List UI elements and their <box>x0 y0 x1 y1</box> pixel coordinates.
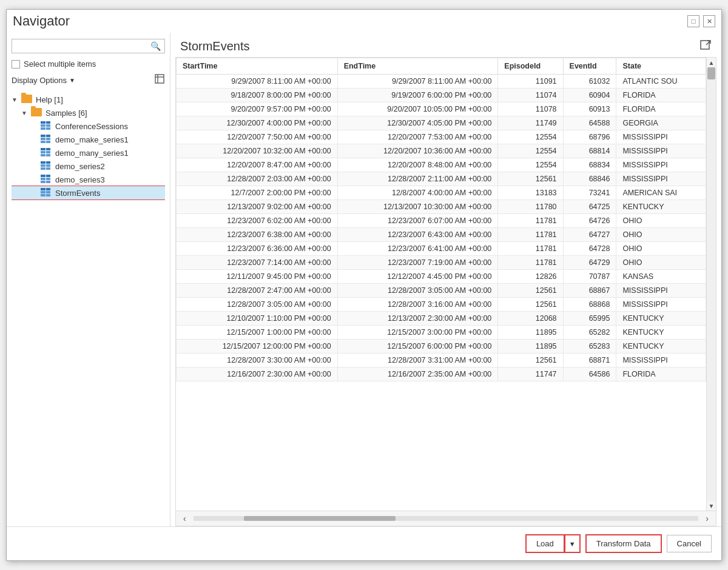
table-cell: 11749 <box>498 116 563 130</box>
vertical-scrollbar[interactable]: ▲ ▼ <box>706 58 716 511</box>
table-cell: 60913 <box>563 102 616 116</box>
tree-item-conferencesessions[interactable]: ConferenceSessions <box>12 119 165 133</box>
table-cell: 64586 <box>563 367 616 381</box>
tree-item-demo_series2[interactable]: demo_series2 <box>12 159 165 173</box>
load-button[interactable]: Load <box>525 534 565 553</box>
tree-item-samples[interactable]: ▼Samples [6] <box>12 106 165 119</box>
right-icon-button[interactable] <box>699 39 712 53</box>
table-row: 12/28/2007 2:47:00 AM +00:0012/28/2007 3… <box>177 284 706 298</box>
scroll-up-button[interactable]: ▲ <box>707 58 716 67</box>
table-icon <box>41 135 53 144</box>
table-cell: FLORIDA <box>616 102 706 116</box>
table-row: 12/10/2007 1:10:00 PM +00:0012/13/2007 2… <box>177 312 706 326</box>
refresh-button[interactable] <box>154 73 165 87</box>
dialog-title: Navigator <box>13 13 70 29</box>
window-controls: □ ✕ <box>687 15 715 27</box>
tree-label-demo_many_series1: demo_many_series1 <box>55 149 129 158</box>
transform-data-button[interactable]: Transform Data <box>585 534 662 553</box>
table-cell: 12/15/2007 12:00:00 PM +00:00 <box>177 340 338 354</box>
table-cell: 12/12/2007 4:45:00 PM +00:00 <box>337 270 498 284</box>
scroll-down-button[interactable]: ▼ <box>707 501 716 511</box>
table-row: 12/28/2007 3:30:00 AM +00:0012/28/2007 3… <box>177 354 706 367</box>
h-scroll-track[interactable] <box>194 516 699 521</box>
table-cell: 65995 <box>563 312 616 326</box>
tree-item-stormevents[interactable]: StormEvents <box>12 186 165 200</box>
table-row: 12/20/2007 7:50:00 AM +00:0012/20/2007 7… <box>177 130 706 144</box>
table-cell: 68796 <box>563 130 616 144</box>
table-row: 12/20/2007 10:32:00 AM +00:0012/20/2007 … <box>177 144 706 158</box>
table-cell: 12/16/2007 2:35:00 AM +00:00 <box>337 367 498 381</box>
table-row: 12/23/2007 6:36:00 AM +00:0012/23/2007 6… <box>177 242 706 256</box>
search-input[interactable] <box>16 42 150 51</box>
column-header-starttime: StartTime <box>177 58 338 75</box>
horizontal-scrollbar: ‹ › <box>176 511 716 526</box>
scroll-left-button[interactable]: ‹ <box>178 512 191 525</box>
table-cell: OHIO <box>616 228 706 242</box>
table-cell: 12/23/2007 6:07:00 AM +00:00 <box>337 214 498 228</box>
table-cell: 11781 <box>498 256 563 270</box>
table-icon <box>41 188 53 198</box>
table-cell: 12/23/2007 6:02:00 AM +00:00 <box>177 214 338 228</box>
display-options-button[interactable]: Display Options ▼ <box>12 76 75 85</box>
table-row: 12/23/2007 6:02:00 AM +00:0012/23/2007 6… <box>177 214 706 228</box>
cancel-button[interactable]: Cancel <box>667 535 712 552</box>
load-dropdown-button[interactable]: ▼ <box>565 534 581 553</box>
tree-label-help: Help [1] <box>36 95 63 104</box>
table-cell: 73241 <box>563 186 616 200</box>
table-cell: MISSISSIPPI <box>616 130 706 144</box>
table-icon <box>41 121 53 131</box>
tree-item-demo_make_series1[interactable]: demo_make_series1 <box>12 133 165 146</box>
scroll-right-button[interactable]: › <box>701 512 713 525</box>
scroll-track[interactable] <box>707 67 716 501</box>
table-cell: 11895 <box>498 326 563 340</box>
search-box[interactable]: 🔍 <box>12 39 165 53</box>
minimize-button[interactable]: □ <box>687 15 699 27</box>
close-button[interactable]: ✕ <box>703 15 715 27</box>
table-icon <box>41 148 53 158</box>
table-wrapper: StartTimeEndTimeEpisodeIdEventIdState 9/… <box>176 58 716 511</box>
folder-icon <box>21 95 33 104</box>
table-cell: 68814 <box>563 144 616 158</box>
table-cell: 68871 <box>563 354 616 367</box>
svg-rect-3 <box>701 41 709 49</box>
tree-view: ▼Help [1]▼Samples [6] ConferenceSessions… <box>12 93 165 520</box>
right-panel: StormEvents StartTimeEndTimeEpisodeIdEve… <box>170 33 721 526</box>
table-cell: 12/11/2007 9:45:00 PM +00:00 <box>177 270 338 284</box>
dialog-body: 🔍 Select multiple items Display Options … <box>7 33 721 526</box>
table-cell: 12/15/2007 3:00:00 PM +00:00 <box>337 326 498 340</box>
tree-item-help[interactable]: ▼Help [1] <box>12 93 165 106</box>
svg-rect-0 <box>155 75 164 83</box>
data-table-scroll[interactable]: StartTimeEndTimeEpisodeIdEventIdState 9/… <box>176 58 706 511</box>
table-cell: KANSAS <box>616 270 706 284</box>
table-cell: OHIO <box>616 214 706 228</box>
table-cell: KENTUCKY <box>616 326 706 340</box>
table-cell: ATLANTIC SOU <box>616 75 706 89</box>
table-cell: 12/28/2007 2:11:00 AM +00:00 <box>337 172 498 186</box>
table-row: 9/20/2007 9:57:00 PM +00:009/20/2007 10:… <box>177 102 706 116</box>
table-cell: 11780 <box>498 200 563 214</box>
table-cell: 12/20/2007 10:36:00 AM +00:00 <box>337 144 498 158</box>
select-multiple-checkbox[interactable] <box>12 60 20 69</box>
select-multiple-row: Select multiple items <box>12 59 165 69</box>
table-row: 12/15/2007 12:00:00 PM +00:0012/15/2007 … <box>177 340 706 354</box>
title-bar: Navigator □ ✕ <box>7 10 721 33</box>
tree-item-demo_many_series1[interactable]: demo_many_series1 <box>12 146 165 159</box>
table-cell: 12/15/2007 6:00:00 PM +00:00 <box>337 340 498 354</box>
table-cell: 12554 <box>498 144 563 158</box>
table-cell: 11078 <box>498 102 563 116</box>
table-cell: 12/13/2007 2:30:00 AM +00:00 <box>337 312 498 326</box>
table-cell: FLORIDA <box>616 367 706 381</box>
table-cell: 12/20/2007 10:32:00 AM +00:00 <box>177 144 338 158</box>
table-row: 12/11/2007 9:45:00 PM +00:0012/12/2007 4… <box>177 270 706 284</box>
left-panel: 🔍 Select multiple items Display Options … <box>7 33 170 526</box>
table-cell: 12/28/2007 3:16:00 AM +00:00 <box>337 298 498 312</box>
table-cell: 11747 <box>498 367 563 381</box>
svg-line-4 <box>706 41 710 45</box>
tree-arrow-help: ▼ <box>12 96 21 103</box>
table-cell: OHIO <box>616 256 706 270</box>
right-header: StormEvents <box>170 33 721 57</box>
tree-item-demo_series3[interactable]: demo_series3 <box>12 173 165 186</box>
table-cell: 12561 <box>498 172 563 186</box>
tree-label-stormevents: StormEvents <box>55 189 100 198</box>
table-cell: 9/29/2007 8:11:00 AM +00:00 <box>337 75 498 89</box>
